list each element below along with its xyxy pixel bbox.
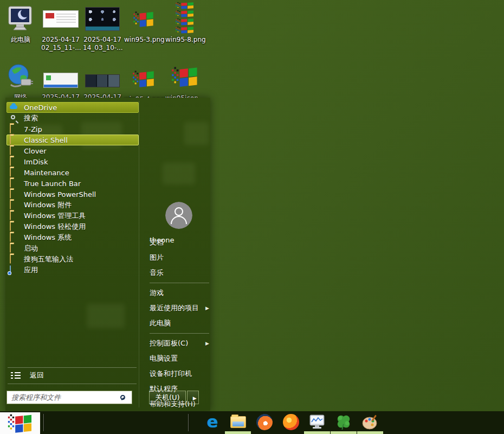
folder-icon	[10, 212, 18, 220]
start-menu: OneDrive 搜索 7-Zip Classic Shell Clover I…	[5, 98, 210, 411]
start-right-item-pictures[interactable]: 图片	[150, 250, 210, 265]
divider	[8, 367, 137, 368]
desktop: 此电脑 2025-04-17 02_15_11-... 2025-04-17 1…	[0, 0, 504, 434]
start-right-item-recent-items[interactable]: 最近使用的项目 ▶	[150, 301, 210, 316]
desktop-icon-this-pc[interactable]: 此电脑	[1, 4, 40, 44]
desktop-icon-label: 此电脑	[1, 36, 40, 44]
desktop-icon-label: 02_15_11-...	[41, 44, 80, 52]
desktop-icon-win95icon[interactable]: win95icon...	[165, 61, 204, 103]
taskbar-blender-icon[interactable]	[255, 413, 274, 431]
folder-icon	[10, 136, 18, 144]
start-left-item-imdisk[interactable]: ImDisk	[7, 156, 139, 167]
win95-flag-icon	[165, 61, 204, 92]
submenu-arrow-icon: ▶	[205, 301, 209, 316]
start-right-item-devices-printers[interactable]: 设备和打印机	[150, 366, 210, 381]
running-indicator	[331, 431, 357, 434]
win95-flag-icon	[124, 4, 163, 34]
desktop-icon-label: 2025-04-17	[41, 36, 80, 44]
start-left-item-classic-shell[interactable]: Classic Shell	[7, 135, 139, 145]
folder-icon	[10, 125, 18, 133]
taskbar: »	[0, 411, 504, 434]
start-right-item-music[interactable]: 音乐	[150, 265, 210, 280]
folder-icon	[10, 244, 18, 253]
desktop-icon-screenshot-4[interactable]: 2025-04-17	[83, 71, 122, 101]
folder-icon	[10, 222, 18, 231]
list-view-icon	[11, 372, 21, 379]
taskbar-clover-icon[interactable]	[334, 413, 353, 431]
computer-icon	[1, 4, 40, 34]
win95-flags-stacked-icon	[165, 1, 204, 34]
taskbar-edge-icon[interactable]	[203, 413, 222, 431]
start-left-item-windows-ease-of-access[interactable]: Windows 轻松使用	[7, 221, 139, 232]
start-right-item-control-panel[interactable]: 控制面板(C) ▶	[150, 336, 210, 351]
apps-icon	[10, 266, 18, 275]
folder-icon	[10, 233, 18, 242]
search-magnifier-icon[interactable]	[120, 395, 125, 400]
desktop-icon-network[interactable]: 网络	[1, 62, 40, 101]
desktop-icon-label: win95-8.png	[165, 36, 204, 44]
folder-icon	[10, 201, 18, 209]
screenshot-thumbnail	[43, 10, 79, 28]
running-indicator	[357, 431, 383, 434]
screenshot-thumbnail	[85, 7, 120, 31]
start-left-item-windows-system[interactable]: Windows 系统	[7, 232, 139, 243]
start-right-item-games[interactable]: 游戏	[150, 285, 210, 301]
start-left-item-windows-admin-tools[interactable]: Windows 管理工具	[7, 210, 139, 221]
shutdown-arrow-icon: ▶	[193, 395, 197, 401]
start-left-item-clover[interactable]: Clover	[7, 145, 139, 156]
start-right-item-pc-settings[interactable]: 电脑设置	[150, 351, 210, 366]
screenshot-thumbnail	[43, 73, 78, 88]
start-left-item-startup[interactable]: 启动	[7, 243, 139, 254]
divider	[150, 283, 209, 283]
start-left-item-search[interactable]: 搜索	[7, 113, 139, 124]
divider	[150, 333, 209, 334]
divider	[139, 101, 139, 407]
start-right-item-this-pc[interactable]: 此电脑	[150, 316, 210, 331]
running-indicator	[225, 431, 251, 434]
start-button[interactable]	[0, 412, 40, 434]
start-left-item-true-launch-bar[interactable]: True Launch Bar	[7, 178, 139, 189]
search-box	[7, 391, 132, 404]
desktop-icon-label: 2025-04-17	[83, 36, 122, 44]
desktop-icon-screenshot-2[interactable]: 2025-04-17 14_03_10-...	[83, 4, 122, 52]
desktop-icon-win95-8[interactable]: win95-8.png	[165, 1, 204, 44]
running-indicator	[304, 431, 330, 434]
shutdown-options-arrow[interactable]: ▶	[187, 391, 199, 404]
win95-flag-icon	[2, 413, 38, 433]
divider	[8, 384, 137, 384]
start-left-item-apps[interactable]: 应用	[7, 265, 139, 276]
folder-icon	[10, 255, 18, 264]
win95-flag-icon	[124, 64, 163, 93]
desktop-icon-win95-3[interactable]: win95-3.png	[124, 4, 163, 44]
start-left-item-onedrive[interactable]: OneDrive	[7, 102, 139, 113]
shutdown-button[interactable]: 关机(U)	[149, 391, 186, 404]
search-input[interactable]	[7, 392, 120, 403]
screenshot-thumbnail	[85, 74, 120, 87]
back-button[interactable]: 返回	[7, 369, 138, 381]
desktop-icon-label: win95-3.png	[124, 36, 163, 44]
user-avatar[interactable]	[165, 202, 192, 229]
folder-icon	[10, 168, 18, 177]
folder-icon	[10, 179, 18, 188]
taskbar-firefox-icon[interactable]	[281, 413, 301, 431]
onedrive-cloud-icon	[10, 103, 18, 112]
start-left-item-7zip[interactable]: 7-Zip	[7, 124, 139, 135]
start-left-item-sogou-wubi[interactable]: 搜狗五笔输入法	[7, 254, 139, 265]
folder-icon	[10, 157, 18, 166]
start-left-item-maintenance[interactable]: Maintenance	[7, 167, 139, 178]
folder-icon	[10, 190, 18, 199]
submenu-arrow-icon: ▶	[205, 336, 209, 351]
start-left-item-windows-accessories[interactable]: Windows 附件	[7, 200, 139, 210]
desktop-icon-screenshot-3[interactable]: 2025-04-17	[41, 69, 80, 101]
network-icon	[1, 62, 40, 91]
desktop-icon-screenshot-1[interactable]: 2025-04-17 02_15_11-...	[41, 4, 80, 52]
start-right-item-documents[interactable]: 文档	[150, 235, 210, 250]
taskbar-file-explorer-icon[interactable]	[228, 413, 248, 431]
taskbar-separator	[43, 414, 44, 431]
taskbar-paint-palette-icon[interactable]	[360, 413, 380, 431]
folder-icon	[10, 146, 18, 155]
taskbar-separator	[188, 414, 189, 431]
search-icon	[10, 114, 18, 123]
taskbar-system-monitor-icon[interactable]	[307, 413, 327, 431]
start-left-item-powershell[interactable]: Windows PowerShell	[7, 189, 139, 200]
